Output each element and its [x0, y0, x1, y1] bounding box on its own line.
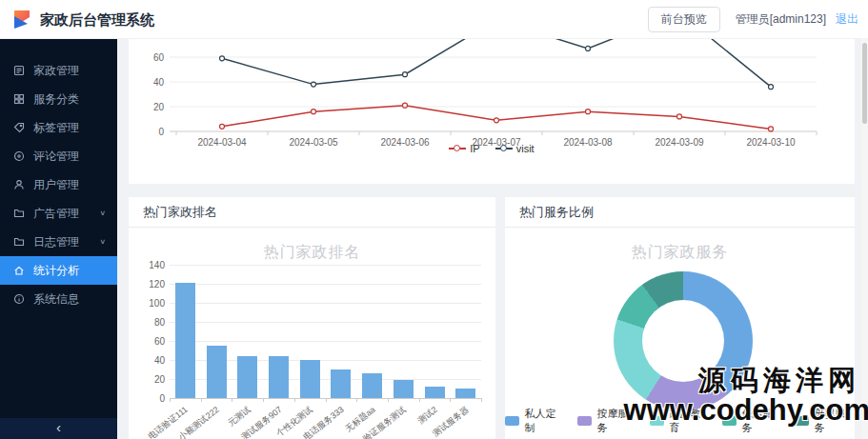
- y-axis-label: 0: [136, 393, 165, 404]
- svg-text:60: 60: [153, 52, 165, 63]
- legend-label: 保洁服务: [741, 407, 782, 435]
- services-chart-legend: 私人定制按摩服务家庭教育保洁服务母婴服务: [505, 407, 855, 435]
- gridline: [170, 322, 481, 323]
- sidebar-collapse-button[interactable]: ‹: [0, 418, 117, 439]
- app-logo-icon: [11, 9, 32, 30]
- sidebar-item-users[interactable]: 用户管理: [0, 170, 117, 199]
- axis-tick: [450, 398, 451, 402]
- app-title: 家政后台管理系统: [40, 11, 154, 30]
- legend-label: 母婴服务: [814, 407, 855, 435]
- bar-电话服务333: [331, 369, 351, 398]
- scrollbar-thumb[interactable]: [862, 43, 867, 124]
- legend-label: 私人定制: [524, 407, 565, 435]
- y-axis-label: 100: [136, 298, 165, 309]
- legend-item-4[interactable]: 母婴服务: [795, 407, 855, 435]
- collapse-arrow-icon: ‹: [56, 419, 61, 435]
- chevron-down-icon: ∨: [99, 238, 106, 246]
- legend-item-ip[interactable]: IP: [449, 143, 479, 154]
- gridline: [170, 265, 481, 266]
- legend-item-visit[interactable]: visit: [495, 143, 535, 154]
- svg-text:20: 20: [153, 102, 165, 112]
- admin-user-label: 管理员[admin123]: [736, 11, 826, 28]
- sidebar-item-housekeeping[interactable]: 家政管理: [0, 56, 117, 85]
- sidebar-item-label: 家政管理: [33, 63, 79, 79]
- y-axis-label: 80: [136, 317, 165, 328]
- sidebar-item-statistics[interactable]: 统计分析: [0, 256, 117, 285]
- logout-link[interactable]: 退出: [836, 11, 858, 28]
- legend-item-1[interactable]: 按摩服务: [577, 407, 637, 435]
- legend-label: 家庭教育: [669, 407, 710, 435]
- y-axis-label: 60: [136, 336, 165, 347]
- donut-hole: [642, 300, 724, 382]
- sidebar-item-service-categories[interactable]: 服务分类: [0, 85, 117, 113]
- axis-tick: [263, 398, 264, 402]
- sidebar-item-logs[interactable]: 日志管理∨: [0, 228, 117, 256]
- sidebar-item-label: 评论管理: [33, 149, 79, 165]
- tag-icon: [13, 122, 25, 133]
- sidebar: 家政管理服务分类标签管理评论管理用户管理广告管理∨日志管理∨统计分析系统信息 ‹: [0, 38, 117, 439]
- scrollbar-track[interactable]: [861, 38, 868, 439]
- axis-tick: [232, 398, 232, 402]
- sidebar-item-label: 统计分析: [33, 263, 79, 279]
- sidebar-item-ads[interactable]: 广告管理∨: [0, 199, 117, 228]
- visits-line-chart: 02040602024-03-042024-03-052024-03-06202…: [129, 38, 855, 184]
- legend-label: IP: [470, 143, 479, 154]
- category-icon: [13, 93, 25, 105]
- sidebar-item-tags[interactable]: 标签管理: [0, 113, 117, 142]
- bar-无标题aa: [362, 373, 382, 398]
- legend-item-0[interactable]: 私人定制: [505, 407, 565, 435]
- y-axis-label: 40: [136, 355, 165, 366]
- folder-icon: [13, 236, 25, 248]
- ranking-panel: 热门家政排名 热门家政排名 020406080100120140电话验证111小…: [129, 197, 495, 439]
- axis-tick: [419, 398, 420, 402]
- bar-电话验证111: [175, 283, 195, 398]
- sidebar-item-label: 服务分类: [33, 91, 79, 108]
- bar-元测试: [237, 356, 257, 398]
- svg-text:0: 0: [158, 127, 164, 137]
- preview-button[interactable]: 前台预览: [648, 7, 720, 32]
- sidebar-item-label: 日志管理: [33, 234, 79, 250]
- axis-tick: [170, 398, 171, 402]
- sidebar-item-label: 标签管理: [33, 120, 79, 136]
- user-icon: [13, 179, 25, 190]
- sidebar-item-system-info[interactable]: 系统信息: [0, 285, 117, 313]
- folder-icon: [13, 208, 25, 219]
- sidebar-item-label: 广告管理: [33, 206, 79, 222]
- home-icon: [13, 265, 25, 276]
- visits-chart-legend: IPvisit: [129, 143, 855, 154]
- gridline: [170, 284, 481, 285]
- services-donut-chart: 私人定制按摩服务家庭教育保洁服务母婴服务: [505, 197, 855, 439]
- sidebar-item-label: 系统信息: [33, 291, 79, 308]
- visits-chart-panel: 02040602024-03-042024-03-052024-03-06202…: [129, 38, 855, 184]
- pie-legend-swatch-icon: [577, 416, 592, 426]
- bar-测试服务907: [269, 356, 289, 398]
- y-axis-label: 120: [136, 279, 165, 289]
- legend-label: 按摩服务: [596, 407, 637, 435]
- legend-item-3[interactable]: 保洁服务: [722, 407, 782, 435]
- axis-tick: [356, 398, 357, 402]
- gridline: [170, 303, 481, 304]
- donut-ring: [614, 271, 753, 410]
- chevron-down-icon: ∨: [99, 210, 106, 217]
- pie-legend-swatch-icon: [650, 416, 664, 426]
- svg-text:40: 40: [153, 77, 165, 88]
- legend-label: visit: [516, 143, 535, 154]
- legend-item-2[interactable]: 家庭教育: [650, 407, 710, 435]
- axis-tick: [388, 398, 389, 402]
- sidebar-nav: 家政管理服务分类标签管理评论管理用户管理广告管理∨日志管理∨统计分析系统信息: [0, 56, 117, 313]
- list-icon: [13, 65, 25, 76]
- services-panel: 热门服务比例 热门家政服务 私人定制按摩服务家庭教育保洁服务母婴服务: [505, 197, 855, 439]
- bar-个性化测试: [300, 360, 320, 398]
- bar-测试2: [425, 387, 445, 398]
- line-legend-marker-icon: [449, 145, 466, 152]
- pie-legend-swatch-icon: [722, 416, 737, 426]
- comment-icon: [13, 150, 25, 162]
- sidebar-item-comments[interactable]: 评论管理: [0, 142, 117, 170]
- sidebar-item-label: 用户管理: [33, 177, 79, 193]
- info-icon: [13, 293, 25, 305]
- bar-测试服务器: [455, 389, 475, 398]
- pie-legend-swatch-icon: [505, 416, 519, 426]
- bar-验证服务测试: [394, 380, 414, 398]
- axis-tick: [481, 398, 482, 402]
- header-actions: 前台预览 管理员[admin123] 退出: [648, 0, 858, 38]
